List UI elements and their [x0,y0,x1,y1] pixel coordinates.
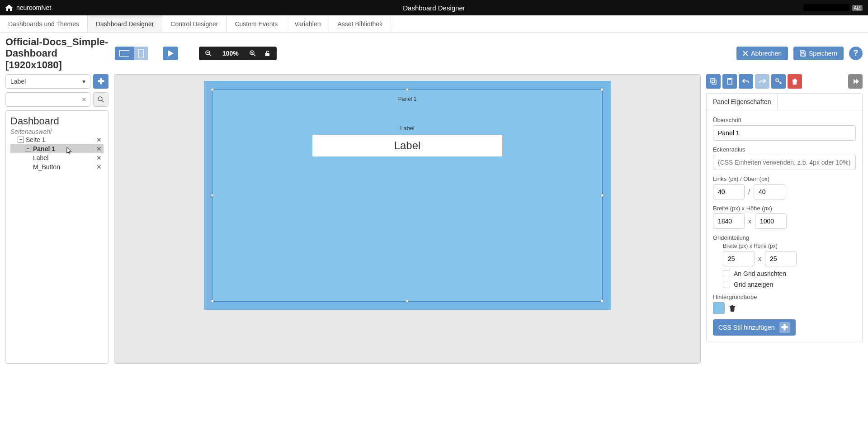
svg-point-11 [98,97,102,101]
bg-label: Hintergrundfarbe [713,294,856,300]
cancel-button[interactable]: Abbrechen [736,47,788,60]
close-icon[interactable]: ✕ [94,136,104,143]
resize-handle[interactable] [601,88,604,91]
select-value: Label [10,78,26,85]
chevron-down-icon: ▾ [82,78,85,85]
svg-rect-14 [712,80,716,84]
snap-label: An Grid ausrichten [734,270,786,277]
tab-events[interactable]: Custom Events [226,15,286,32]
height-input[interactable] [755,213,787,229]
orientation-group [115,47,148,60]
toolbar: Official-Docs_Simple-Dashboard [1920x108… [0,33,868,74]
panel-title: Panel 1 [398,96,417,102]
tree-subtitle: Seitenauswahl [10,128,104,135]
tab-assets[interactable]: Asset Bibliothek [329,15,391,32]
add-element-button[interactable]: ✚ [93,74,108,89]
radius-input[interactable] [713,155,856,170]
close-icon[interactable]: ✕ [94,163,104,171]
resize-handle[interactable] [406,88,409,91]
css-btn-label: CSS Stil hinzufügen [718,324,775,331]
paste-button[interactable] [722,74,737,89]
svg-rect-1 [138,49,144,57]
close-icon[interactable]: ✕ [94,154,104,161]
brand[interactable]: neuroomNet [16,4,51,11]
label-element[interactable]: Label [312,135,502,156]
radius-label: Eckenradius [713,146,856,153]
tab-designer[interactable]: Dashboard Designer [88,15,162,32]
svg-line-3 [209,54,211,56]
close-icon[interactable]: ✕ [94,145,104,152]
snap-checkbox[interactable] [723,270,730,277]
grid-size-label: Breite (px) x Höhe (px) [723,243,856,249]
key-button[interactable] [771,74,786,89]
redo-button[interactable] [755,74,769,89]
svg-rect-13 [711,79,715,83]
element-type-select[interactable]: Label ▾ [5,74,90,89]
delete-button[interactable] [788,74,802,89]
collapse-icon[interactable]: − [18,137,24,143]
tab-dashboards[interactable]: Dashboards und Themes [0,15,88,32]
tree-node-panel[interactable]: − Panel 1 ✕ [10,144,104,153]
tree-search-input[interactable] [5,92,90,107]
heading-label: Überschrift [713,117,856,123]
left-panel: Label ▾ ✚ ✕ Dashboard Seitenauswahl − Se… [5,74,108,364]
main-tabs: Dashboards und Themes Dashboard Designer… [0,15,868,33]
right-panel: Panel Eigenschaften Überschrift Eckenrad… [706,74,863,364]
position-label: Links (px) / Oben (px) [713,175,856,182]
page-title: Official-Docs_Simple-Dashboard [1920x108… [5,36,109,71]
tree-node-page[interactable]: − Seite 1 ✕ [10,135,104,144]
landscape-button[interactable] [115,47,134,60]
cancel-label: Abbrechen [751,50,782,57]
size-label: Breite (px) x Höhe (px) [713,205,856,212]
top-input[interactable] [754,184,785,199]
svg-rect-16 [729,78,731,80]
heading-input[interactable] [713,125,856,141]
zoom-bar: 100% [199,47,277,60]
canvas-area[interactable]: Panel 1 Label Label [114,74,701,364]
az-badge[interactable]: A|Z [852,5,863,11]
home-icon[interactable] [5,5,13,11]
grid-height-input[interactable] [765,251,797,266]
label-caption: Label [400,125,415,132]
width-input[interactable] [713,213,745,229]
zoom-out-button[interactable] [201,50,216,57]
dashboard-canvas[interactable]: Panel 1 Label Label [204,81,611,310]
resize-handle[interactable] [601,300,604,303]
zoom-level: 100% [216,50,245,57]
redacted-block [803,4,849,11]
properties-panel: Panel Eigenschaften Überschrift Eckenrad… [706,93,863,342]
zoom-in-button[interactable] [245,50,260,57]
resize-handle[interactable] [601,194,604,197]
left-input[interactable] [713,184,745,199]
grid-width-input[interactable] [723,251,755,266]
tree-node-label[interactable]: Label ✕ [10,153,104,162]
search-button[interactable] [93,92,108,107]
trash-icon[interactable] [729,304,736,312]
resize-handle[interactable] [211,194,214,197]
resize-handle[interactable] [211,88,214,91]
tree-panel: Dashboard Seitenauswahl − Seite 1 ✕ − Pa… [5,110,108,364]
collapse-panel-button[interactable] [848,74,863,89]
collapse-icon[interactable]: − [25,146,31,152]
resize-handle[interactable] [406,300,409,303]
bg-color-swatch[interactable] [713,302,725,314]
tree-title: Dashboard [10,115,104,127]
tab-control[interactable]: Control Designer [162,15,226,32]
separator: / [748,188,750,195]
panel-1[interactable]: Panel 1 Label Label [212,89,603,302]
play-button[interactable] [163,47,178,60]
tree-node-button[interactable]: M_Button ✕ [10,162,104,171]
undo-button[interactable] [739,74,753,89]
copy-button[interactable] [706,74,721,89]
show-grid-checkbox[interactable] [723,281,730,288]
clear-search-icon[interactable]: ✕ [81,96,87,103]
help-button[interactable]: ? [849,47,863,60]
portrait-button[interactable] [134,47,148,60]
tab-vars[interactable]: Variablen [286,15,329,32]
topbar: neuroomNet Dashboard Designer A|Z [0,0,868,15]
add-css-button[interactable]: CSS Stil hinzufügen ✚ [713,319,796,336]
lock-icon[interactable] [260,50,275,57]
save-button[interactable]: Speichern [793,47,844,60]
tab-properties[interactable]: Panel Eigenschaften [706,93,778,110]
resize-handle[interactable] [211,300,214,303]
